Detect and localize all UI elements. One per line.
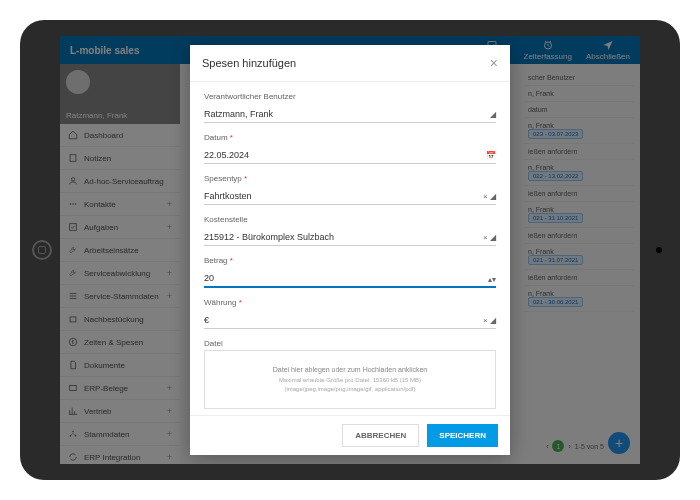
tablet-frame: L-mobile sales Aufgaben Zeiterfassung Ab… — [20, 20, 680, 480]
dropdown-icon[interactable]: × ◢ — [483, 192, 496, 201]
label-currency: Währung * — [204, 298, 496, 307]
modal-body: Verantwortlicher Benutzer ◢ Datum * 📅 Sp… — [190, 82, 510, 415]
modal-footer: ABBRECHEN SPEICHERN — [190, 415, 510, 455]
label-user: Verantwortlicher Benutzer — [204, 92, 496, 101]
home-button[interactable] — [32, 240, 52, 260]
label-amount: Betrag * — [204, 256, 496, 265]
input-currency[interactable] — [204, 312, 496, 329]
input-costcenter[interactable] — [204, 229, 496, 246]
dropdown-icon[interactable]: ◢ — [490, 110, 496, 119]
input-date[interactable] — [204, 147, 496, 164]
dropdown-icon[interactable]: × ◢ — [483, 233, 496, 242]
close-icon[interactable]: × — [490, 55, 498, 71]
label-date: Datum * — [204, 133, 496, 142]
input-amount[interactable] — [204, 270, 496, 288]
save-button[interactable]: SPEICHERN — [427, 424, 498, 447]
input-type[interactable] — [204, 188, 496, 205]
file-dropzone[interactable]: Datei hier ablegen oder zum Hochladen an… — [204, 350, 496, 409]
stepper-icon[interactable]: ▴▾ — [488, 275, 496, 284]
input-user[interactable] — [204, 106, 496, 123]
label-type: Spesentyp * — [204, 174, 496, 183]
calendar-icon[interactable]: 📅 — [486, 151, 496, 160]
label-file: Datei — [204, 339, 496, 348]
app-screen: L-mobile sales Aufgaben Zeiterfassung Ab… — [60, 36, 640, 464]
modal-add-expense: Spesen hinzufügen × Verantwortlicher Ben… — [190, 45, 510, 455]
camera-dot — [656, 247, 662, 253]
modal-header: Spesen hinzufügen × — [190, 45, 510, 82]
dropdown-icon[interactable]: × ◢ — [483, 316, 496, 325]
label-costcenter: Kostenstelle — [204, 215, 496, 224]
modal-title: Spesen hinzufügen — [202, 57, 296, 69]
cancel-button[interactable]: ABBRECHEN — [342, 424, 419, 447]
